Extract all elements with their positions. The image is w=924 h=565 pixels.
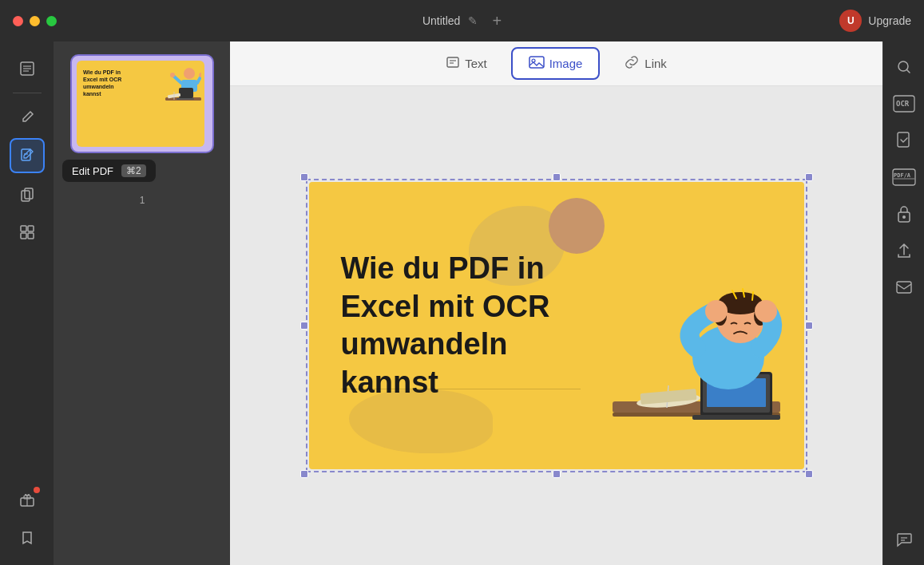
sidebar-item-pages[interactable]: [10, 51, 45, 86]
handle-tr[interactable]: [805, 173, 813, 181]
toolbar: Text Image: [230, 41, 882, 86]
pdf-ai-icon: PDF/A: [892, 168, 916, 186]
svg-text:PDF/A: PDF/A: [894, 172, 911, 179]
svg-rect-7: [22, 191, 30, 201]
svg-rect-6: [25, 188, 33, 199]
sidebar-item-copy[interactable]: [10, 176, 45, 211]
page-number: 1: [140, 195, 145, 206]
maximize-button[interactable]: [46, 16, 57, 26]
handle-tm[interactable]: [553, 173, 561, 181]
chat-button[interactable]: [888, 524, 920, 555]
image-tab-label: Image: [549, 57, 583, 70]
pdf-canvas-container[interactable]: Wie du PDF inExcel mit OCRumwandelnkanns…: [309, 182, 804, 469]
document-check-icon: [896, 132, 912, 149]
left-sidebar: [0, 41, 54, 565]
pdf-main-text: Wie du PDF inExcel mit OCRumwandelnkanns…: [341, 250, 550, 401]
svg-rect-8: [21, 226, 26, 231]
titlebar-right: U Upgrade: [839, 10, 911, 32]
svg-point-59: [902, 215, 906, 219]
svg-rect-10: [21, 233, 26, 239]
image-tab-button[interactable]: Image: [511, 47, 601, 80]
svg-rect-39: [692, 415, 780, 420]
divider-line: [341, 389, 581, 389]
canvas-scroll: Wie du PDF inExcel mit OCRumwandelnkanns…: [230, 86, 882, 565]
sidebar-divider-1: [13, 93, 42, 93]
titlebar-center: Untitled ✎ +: [422, 12, 502, 30]
svg-rect-11: [28, 233, 34, 239]
link-tab-button[interactable]: Link: [606, 47, 684, 80]
pdf-ai-button[interactable]: PDF/A: [888, 161, 920, 193]
minimize-button[interactable]: [30, 16, 40, 26]
text-icon: [446, 55, 460, 73]
text-tab-button[interactable]: Text: [428, 47, 505, 81]
sidebar-item-edit-pdf[interactable]: [10, 138, 45, 173]
svg-point-48: [705, 300, 728, 322]
traffic-lights: [13, 16, 57, 26]
circle-decoration: [549, 198, 605, 254]
chat-icon: [895, 531, 913, 548]
edit-title-icon[interactable]: ✎: [468, 14, 478, 27]
sidebar-item-gift[interactable]: [10, 482, 45, 517]
user-avatar: U: [839, 10, 862, 32]
svg-text:OCR: OCR: [896, 100, 910, 108]
svg-line-51: [906, 70, 910, 73]
edit-pdf-icon: [18, 147, 36, 164]
copy-icon: [18, 185, 36, 203]
link-tab-label: Link: [644, 57, 667, 70]
svg-rect-22: [179, 88, 193, 98]
document-check-button[interactable]: [888, 124, 920, 156]
ocr-button[interactable]: OCR: [888, 88, 920, 120]
thumb-text: Wie du PDF inExcel mit OCRumwandelnkanns…: [83, 69, 121, 97]
handle-br[interactable]: [805, 470, 813, 478]
sidebar-item-layers[interactable]: [10, 215, 45, 250]
pages-icon: [18, 60, 36, 77]
right-sidebar: OCR PDF/A: [882, 41, 924, 565]
image-icon: [529, 55, 545, 72]
svg-line-17: [173, 76, 181, 83]
handle-bm[interactable]: [553, 470, 561, 478]
pen-icon: [18, 109, 36, 126]
sidebar-item-bookmark[interactable]: [10, 520, 45, 555]
illustration: [597, 262, 788, 453]
gift-icon: [18, 491, 36, 508]
ocr-icon: OCR: [893, 95, 915, 113]
tooltip-box: Edit PDF ⌘2: [62, 160, 156, 182]
share-button[interactable]: [888, 235, 920, 267]
svg-rect-60: [897, 282, 911, 293]
search-icon: [896, 59, 912, 75]
svg-rect-54: [898, 132, 909, 147]
main-layout: Wie du PDF inExcel mit OCRumwandelnkanns…: [0, 41, 924, 565]
tooltip-label: Edit PDF: [72, 165, 113, 177]
handle-tl[interactable]: [300, 173, 308, 181]
document-title: Untitled: [422, 14, 460, 27]
person-svg: [597, 262, 788, 453]
close-button[interactable]: [13, 16, 23, 26]
thumbnail-outer[interactable]: Wie du PDF inExcel mit OCRumwandelnkanns…: [70, 54, 214, 153]
pdf-content: Wie du PDF inExcel mit OCRumwandelnkanns…: [309, 182, 804, 469]
upgrade-button[interactable]: Upgrade: [868, 14, 911, 27]
link-icon: [624, 55, 640, 72]
svg-rect-9: [28, 226, 34, 231]
bookmark-icon: [18, 529, 36, 547]
svg-line-47: [752, 292, 753, 300]
search-button[interactable]: [888, 51, 920, 83]
svg-rect-23: [176, 98, 194, 100]
handle-mr[interactable]: [805, 322, 813, 330]
tooltip-shortcut: ⌘2: [121, 164, 146, 177]
mail-button[interactable]: [888, 271, 920, 303]
handle-bl[interactable]: [300, 470, 308, 478]
svg-point-49: [755, 300, 777, 322]
text-tab-label: Text: [465, 57, 487, 70]
add-tab-icon[interactable]: +: [492, 12, 502, 30]
lock-button[interactable]: [888, 198, 920, 230]
layers-icon: [18, 223, 36, 241]
sidebar-item-pen[interactable]: [10, 100, 45, 135]
handle-ml[interactable]: [300, 322, 308, 330]
thumbnail-wrapper: Wie du PDF inExcel mit OCRumwandelnkanns…: [70, 54, 214, 153]
mail-icon: [896, 281, 912, 294]
titlebar: Untitled ✎ + U Upgrade: [0, 0, 924, 41]
thumbnail-panel: Wie du PDF inExcel mit OCRumwandelnkanns…: [54, 41, 230, 565]
gift-badge: [34, 487, 40, 493]
svg-point-15: [184, 68, 195, 79]
thumb-figure: [161, 65, 201, 109]
